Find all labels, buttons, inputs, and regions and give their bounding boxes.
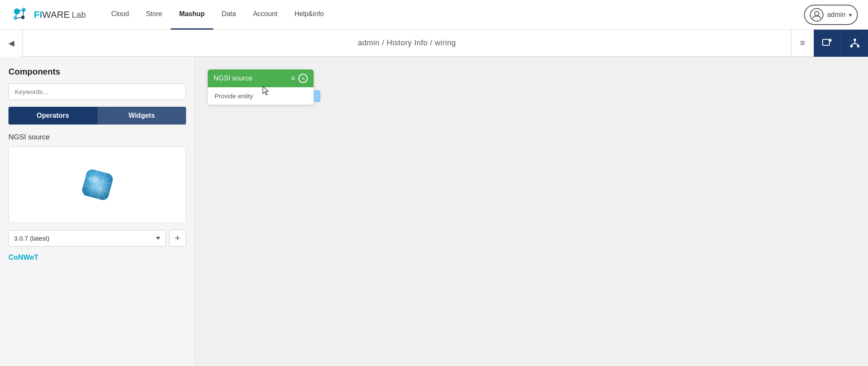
fiware-logo-icon [10, 5, 31, 25]
components-title: Components [8, 67, 186, 77]
svg-point-14 [857, 45, 860, 47]
nav-store[interactable]: Store [137, 0, 170, 30]
add-component-button[interactable]: + [169, 230, 186, 247]
search-input[interactable] [8, 83, 186, 100]
logo-text: FIWARE Lab [34, 9, 86, 20]
breadcrumb-menu-button[interactable]: ≡ [791, 30, 814, 57]
breadcrumb-bar: ◀ admin / History Info / wiring ≡ [0, 30, 868, 57]
nav-mashup[interactable]: Mashup [171, 0, 213, 30]
nav-helpinfo[interactable]: Help&info [286, 0, 332, 30]
breadcrumb: admin / History Info / wiring [23, 39, 791, 47]
ngsi-widget-header: NGSI source ≡ ✕ [208, 69, 314, 87]
logo[interactable]: FIWARE Lab [10, 5, 86, 25]
toggle-arrow-icon: ◀ [8, 39, 14, 48]
vendor-label[interactable]: CoNWeT [8, 253, 186, 262]
user-menu-button[interactable]: admin ▾ [804, 5, 858, 25]
svg-line-17 [855, 43, 858, 45]
svg-point-12 [854, 39, 856, 41]
component-gem-icon [76, 164, 119, 206]
tree-view-icon [849, 38, 860, 49]
svg-point-8 [815, 11, 819, 16]
component-name-label: NGSI source [8, 133, 186, 141]
nav-links: Cloud Store Mashup Data Account Help&inf… [103, 0, 804, 30]
main-content: Components Operators Widgets NGSI source [0, 57, 868, 366]
wiring-canvas[interactable]: NGSI source ≡ ✕ Provide entity [195, 57, 868, 366]
menu-lines-icon: ≡ [800, 38, 805, 48]
ngsi-close-icon: ✕ [301, 76, 305, 81]
add-widget-button[interactable] [814, 30, 841, 57]
ngsi-close-button[interactable]: ✕ [298, 74, 308, 83]
component-tabs: Operators Widgets [8, 107, 186, 125]
endpoint-connector[interactable] [314, 90, 320, 102]
component-thumbnail [8, 147, 186, 223]
ngsi-endpoint-label: Provide entity [214, 92, 253, 100]
ngsi-widget-body: Provide entity [208, 87, 314, 105]
username-label: admin [827, 11, 846, 19]
user-avatar [810, 8, 823, 22]
ngsi-widget-title: NGSI source [214, 75, 253, 82]
user-dropdown-icon: ▾ [849, 11, 852, 18]
tab-widgets[interactable]: Widgets [97, 107, 186, 125]
add-widget-icon [822, 38, 833, 49]
user-icon [812, 10, 821, 19]
version-selector: 3.0.7 (latest) + [8, 230, 186, 247]
breadcrumb-actions: ≡ [791, 30, 868, 57]
svg-rect-9 [823, 39, 829, 45]
version-dropdown[interactable]: 3.0.7 (latest) [8, 230, 166, 247]
view-mode-button[interactable] [841, 30, 868, 57]
nav-cloud[interactable]: Cloud [103, 0, 138, 30]
sidebar-toggle-button[interactable]: ◀ [0, 30, 23, 57]
tab-operators[interactable]: Operators [8, 107, 97, 125]
nav-data[interactable]: Data [213, 0, 245, 30]
svg-line-16 [851, 43, 855, 45]
nav-account[interactable]: Account [245, 0, 286, 30]
ngsi-menu-icon[interactable]: ≡ [291, 75, 295, 82]
components-panel: Components Operators Widgets NGSI source [0, 57, 195, 366]
nav-right: admin ▾ [804, 5, 858, 25]
svg-point-13 [850, 45, 853, 47]
ngsi-widget: NGSI source ≡ ✕ Provide entity [208, 69, 314, 105]
top-nav: FIWARE Lab Cloud Store Mashup Data Accou… [0, 0, 868, 30]
ngsi-widget-controls: ≡ ✕ [291, 74, 308, 83]
